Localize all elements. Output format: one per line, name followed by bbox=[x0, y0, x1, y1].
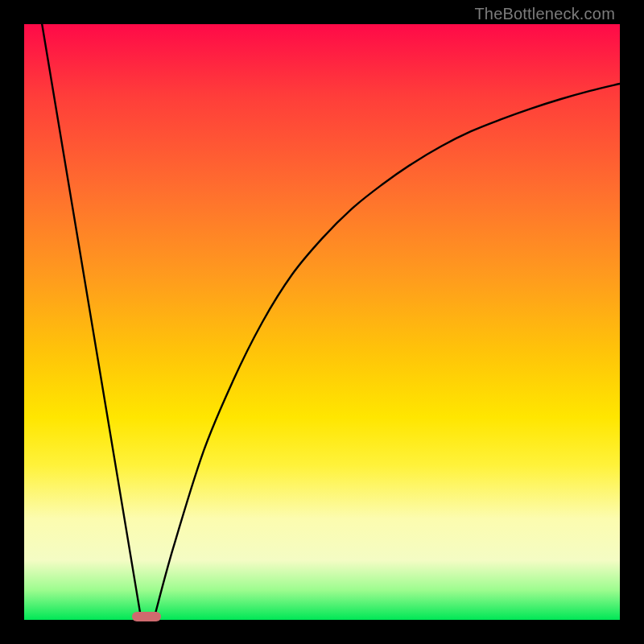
chart-curve-layer bbox=[24, 24, 620, 620]
chart-frame bbox=[24, 24, 620, 620]
watermark-text: TheBottleneck.com bbox=[474, 5, 615, 23]
curve-right-branch bbox=[155, 84, 620, 614]
curve-left-branch bbox=[42, 24, 140, 614]
minimum-marker bbox=[132, 612, 161, 621]
